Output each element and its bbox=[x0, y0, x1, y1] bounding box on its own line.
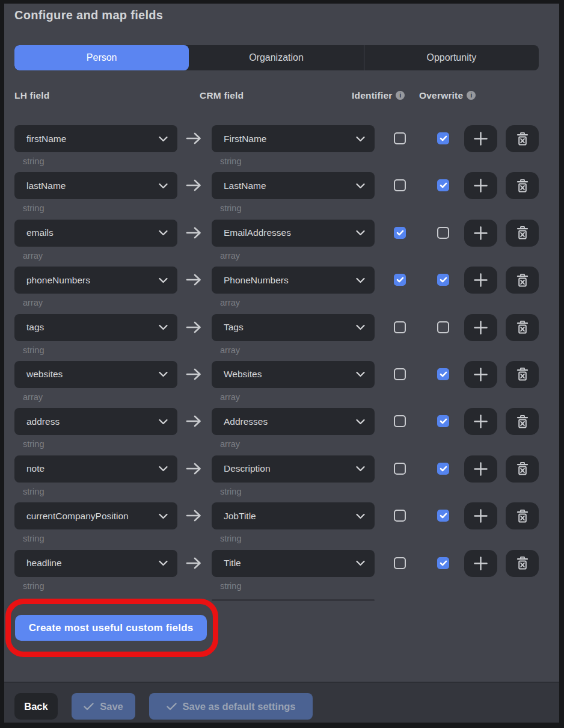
crm-field-select[interactable]: Websites bbox=[212, 361, 375, 388]
identifier-checkbox[interactable] bbox=[394, 415, 406, 427]
overwrite-header-label: Overwrite bbox=[419, 90, 463, 101]
trash-icon[interactable] bbox=[506, 550, 539, 577]
crm-field-select[interactable]: FirstName bbox=[212, 125, 375, 152]
arrow-right-icon bbox=[186, 321, 202, 334]
trash-icon[interactable] bbox=[506, 172, 539, 199]
lh-field-value: note bbox=[26, 463, 44, 474]
save-button[interactable]: Save bbox=[72, 693, 135, 720]
field-mapping-row: websites array Websites array bbox=[14, 361, 539, 408]
crm-field-select[interactable]: Title bbox=[212, 550, 375, 577]
lh-field-select[interactable]: currentCompanyPosition bbox=[14, 502, 177, 529]
chevron-down-icon bbox=[159, 230, 168, 236]
identifier-checkbox[interactable] bbox=[394, 368, 406, 380]
identifier-checkbox[interactable] bbox=[394, 274, 406, 286]
identifier-checkbox[interactable] bbox=[394, 179, 406, 191]
crm-field-select[interactable]: LastName bbox=[212, 172, 375, 199]
field-mapping-row: address string Addresses array bbox=[14, 408, 539, 455]
overwrite-checkbox[interactable] bbox=[437, 463, 449, 475]
crm-field-select[interactable]: Addresses bbox=[212, 408, 375, 435]
lh-field-value: phoneNumbers bbox=[26, 275, 90, 286]
add-mapping-button[interactable] bbox=[464, 314, 497, 341]
trash-icon[interactable] bbox=[506, 408, 539, 435]
lh-field-select[interactable]: emails bbox=[14, 220, 177, 247]
back-button[interactable]: Back bbox=[14, 693, 58, 720]
crm-field-value: Tags bbox=[224, 322, 244, 333]
tab-opportunity[interactable]: Opportunity bbox=[364, 45, 539, 70]
lh-field-select[interactable]: firstName bbox=[14, 125, 177, 152]
add-mapping-button[interactable] bbox=[464, 408, 497, 435]
overwrite-checkbox[interactable] bbox=[437, 415, 449, 427]
crm-field-select[interactable]: JobTitle bbox=[212, 502, 375, 529]
plus-icon bbox=[474, 321, 488, 335]
crm-field-value: FirstName bbox=[224, 134, 266, 144]
add-mapping-button[interactable] bbox=[464, 267, 497, 294]
overwrite-column-header: Overwrite bbox=[419, 90, 476, 101]
identifier-checkbox[interactable] bbox=[394, 132, 406, 144]
entity-tabs: Person Organization Opportunity bbox=[14, 45, 539, 70]
plus-icon bbox=[474, 226, 488, 240]
lh-field-type: string bbox=[23, 156, 44, 166]
lh-field-type: string bbox=[23, 534, 44, 543]
add-mapping-button[interactable] bbox=[464, 220, 497, 247]
trash-icon[interactable] bbox=[506, 125, 539, 152]
identifier-checkbox[interactable] bbox=[394, 227, 406, 239]
check-icon bbox=[440, 418, 447, 424]
lh-field-select[interactable]: note bbox=[14, 455, 177, 483]
crm-field-type: string bbox=[220, 581, 241, 591]
identifier-checkbox[interactable] bbox=[394, 557, 406, 569]
overwrite-checkbox[interactable] bbox=[437, 557, 449, 569]
lh-field-type: array bbox=[23, 298, 43, 307]
lh-field-select[interactable]: address bbox=[14, 408, 177, 435]
lh-field-select[interactable]: phoneNumbers bbox=[14, 267, 177, 294]
check-icon bbox=[440, 466, 447, 472]
chevron-down-icon bbox=[356, 325, 365, 330]
overwrite-checkbox[interactable] bbox=[437, 368, 449, 380]
crm-field-select[interactable]: Tags bbox=[212, 314, 375, 341]
add-mapping-button[interactable] bbox=[464, 125, 497, 152]
trash-icon[interactable] bbox=[506, 455, 539, 483]
plus-icon bbox=[474, 509, 488, 523]
arrow-right-icon bbox=[186, 509, 202, 522]
add-mapping-button[interactable] bbox=[464, 455, 497, 483]
crm-field-select[interactable]: EmailAddresses bbox=[212, 220, 375, 247]
crm-field-value: LastName bbox=[224, 180, 266, 191]
arrow-right-icon bbox=[186, 415, 202, 428]
overwrite-checkbox[interactable] bbox=[437, 510, 449, 522]
overwrite-checkbox[interactable] bbox=[437, 321, 449, 333]
field-mapping-row: emails array EmailAddresses array bbox=[14, 220, 539, 267]
add-mapping-button[interactable] bbox=[464, 502, 497, 529]
overwrite-checkbox[interactable] bbox=[437, 179, 449, 191]
create-custom-fields-button[interactable]: Create most useful custom fields bbox=[15, 615, 207, 641]
overwrite-checkbox[interactable] bbox=[437, 132, 449, 144]
lh-field-select[interactable]: lastName bbox=[14, 172, 177, 199]
crm-field-select[interactable]: PhoneNumbers bbox=[212, 267, 375, 294]
check-icon bbox=[396, 277, 404, 283]
save-as-default-button[interactable]: Save as default settings bbox=[149, 693, 313, 720]
trash-icon[interactable] bbox=[506, 220, 539, 247]
add-mapping-button[interactable] bbox=[464, 361, 497, 388]
tab-organization[interactable]: Organization bbox=[189, 45, 363, 70]
trash-icon[interactable] bbox=[506, 502, 539, 529]
lh-field-select[interactable]: headline bbox=[14, 550, 177, 577]
check-icon bbox=[440, 560, 447, 566]
add-mapping-button[interactable] bbox=[464, 172, 497, 199]
overwrite-checkbox[interactable] bbox=[437, 227, 449, 239]
trash-icon[interactable] bbox=[506, 267, 539, 294]
field-mapping-row: tags string Tags array bbox=[14, 314, 539, 361]
trash-icon[interactable] bbox=[506, 361, 539, 388]
lh-field-select[interactable]: tags bbox=[14, 314, 177, 341]
chevron-down-icon bbox=[356, 372, 365, 377]
lh-field-select[interactable]: websites bbox=[14, 361, 177, 388]
add-mapping-button[interactable] bbox=[464, 550, 497, 577]
trash-icon[interactable] bbox=[506, 314, 539, 341]
crm-field-select[interactable]: Description bbox=[212, 455, 375, 483]
identifier-checkbox[interactable] bbox=[394, 463, 406, 475]
mapping-rows: firstName string FirstName string bbox=[14, 125, 539, 597]
overwrite-checkbox[interactable] bbox=[437, 274, 449, 286]
info-icon[interactable] bbox=[467, 91, 476, 100]
identifier-checkbox[interactable] bbox=[394, 321, 406, 333]
info-icon[interactable] bbox=[396, 91, 405, 100]
field-mapping-row: phoneNumbers array PhoneNumbers array bbox=[14, 267, 539, 313]
identifier-checkbox[interactable] bbox=[394, 510, 406, 522]
tab-person[interactable]: Person bbox=[14, 45, 189, 70]
